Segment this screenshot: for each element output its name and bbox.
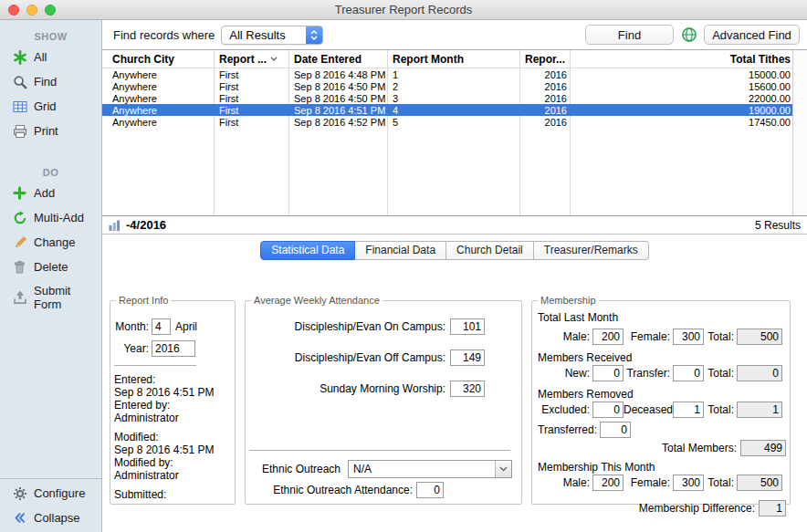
last-month-male-field[interactable]: [592, 329, 624, 345]
table-body: Anywhere First Sep 8 2016 4:48 PM 1 2016…: [102, 68, 792, 128]
zoom-window-button[interactable]: [45, 5, 56, 16]
sunday-worship-field[interactable]: [450, 381, 485, 397]
deceased-label: Deceased:: [624, 403, 673, 416]
report-info-legend: Report Info: [116, 295, 171, 306]
male-label: Male:: [536, 476, 592, 489]
removed-deceased-field[interactable]: [673, 402, 704, 418]
this-month-total-field: [737, 475, 782, 491]
cell-date-entered: Sep 8 2016 4:50 PM: [289, 81, 388, 92]
last-month-female-field[interactable]: [673, 329, 704, 345]
sidebar-item-all[interactable]: All: [0, 45, 101, 69]
table-row[interactable]: Anywhere First Sep 8 2016 4:48 PM 1 2016…: [102, 68, 792, 80]
new-label: New:: [536, 367, 592, 380]
female-label: Female:: [624, 330, 673, 343]
membership-legend: Membership: [538, 295, 599, 306]
tab-statistical-data[interactable]: Statistical Data: [260, 241, 355, 260]
cell-report-month: 5: [388, 117, 520, 128]
removed-total-field: [737, 402, 782, 418]
gear-icon: [12, 485, 27, 501]
sunday-worship-label: Sunday Morning Worship:: [249, 382, 445, 395]
sidebar-item-print[interactable]: Print: [0, 119, 101, 143]
chevron-down-icon: [495, 461, 511, 477]
column-header-date-entered[interactable]: Date Entered: [289, 53, 388, 66]
on-campus-label: Discipleship/Evan On Campus:: [249, 320, 445, 333]
this-month-female-field[interactable]: [673, 475, 704, 491]
table-row[interactable]: Anywhere First Sep 8 2016 4:52 PM 5 2016…: [102, 116, 792, 128]
table-row[interactable]: Anywhere First Sep 8 2016 4:50 PM 3 2016…: [102, 92, 792, 104]
removed-excluded-field[interactable]: [592, 402, 624, 418]
sidebar-item-grid[interactable]: Grid: [0, 94, 101, 119]
record-chart-icon: [109, 219, 122, 231]
cell-church-city: Anywhere: [102, 117, 215, 128]
tab-treasurer-remarks[interactable]: Treasurer/Remarks: [534, 241, 649, 260]
total-members-field: [740, 440, 786, 456]
membership-group: Membership Total Last Month Male: Female…: [531, 295, 791, 505]
cell-report: First: [215, 69, 289, 80]
tab-financial-data[interactable]: Financial Data: [355, 241, 446, 260]
year-field[interactable]: [152, 340, 195, 357]
grid-icon: [12, 99, 27, 114]
ethnic-outreach-dropdown[interactable]: N/A: [348, 460, 512, 478]
sidebar-item-delete[interactable]: Delete: [0, 255, 101, 279]
window-title: Treasurer Report Records: [0, 3, 807, 16]
entered-label: Entered:: [114, 373, 231, 386]
sidebar-divider: [0, 478, 101, 479]
modified-by-label: Modified by:: [114, 456, 231, 469]
membership-difference-field: [759, 500, 786, 516]
this-month-male-field[interactable]: [592, 475, 624, 491]
ethnic-attendance-field[interactable]: [416, 482, 444, 498]
on-campus-field[interactable]: [450, 318, 485, 335]
results-count: 5 Results: [755, 219, 801, 232]
total-label: Total:: [704, 403, 737, 416]
traffic-lights: [0, 5, 56, 16]
sidebar: SHOW All Find Grid: [0, 20, 102, 532]
column-header-total-tithes[interactable]: Total Tithes: [571, 53, 792, 66]
sidebar-item-configure[interactable]: Configure: [0, 481, 101, 506]
female-label: Female:: [624, 476, 673, 489]
minimize-window-button[interactable]: [26, 5, 37, 16]
month-field[interactable]: [152, 318, 171, 335]
globe-icon[interactable]: [680, 26, 697, 44]
cell-report-year: 2016: [520, 93, 571, 104]
modified-label: Modified:: [114, 431, 231, 443]
collapse-icon: [12, 510, 27, 526]
results-filter-popup[interactable]: All Results: [221, 26, 323, 45]
find-button[interactable]: Find: [585, 25, 674, 45]
tab-church-detail[interactable]: Church Detail: [446, 241, 534, 260]
sidebar-item-label: Grid: [34, 99, 57, 113]
table-row-selected[interactable]: Anywhere First Sep 8 2016 4:51 PM 4 2016…: [102, 104, 792, 116]
close-window-button[interactable]: [8, 5, 19, 16]
cell-date-entered: Sep 8 2016 4:48 PM: [289, 69, 388, 80]
advanced-find-button[interactable]: Advanced Find: [704, 25, 800, 45]
column-header-report-year[interactable]: Repor...: [520, 53, 571, 66]
sidebar-item-label: Delete: [34, 260, 68, 274]
sidebar-item-collapse[interactable]: Collapse: [0, 506, 101, 530]
cell-church-city: Anywhere: [102, 105, 215, 116]
sidebar-item-submit-form[interactable]: Submit Form: [0, 279, 101, 316]
sidebar-item-find[interactable]: Find: [0, 69, 101, 94]
column-header-report[interactable]: Report ...: [215, 53, 289, 66]
ethnic-outreach-label: Ethnic Outreach: [262, 463, 341, 475]
cell-report-year: 2016: [520, 117, 571, 128]
received-transfer-field[interactable]: [673, 365, 704, 381]
modified-value: Sep 8 2016 4:51 PM: [114, 443, 231, 456]
transferred-field[interactable]: [600, 422, 631, 438]
cell-report: First: [215, 117, 289, 128]
multi-add-icon: [12, 210, 27, 225]
report-info-divider: [114, 365, 196, 366]
attendance-divider: [249, 450, 510, 451]
submit-form-icon: [12, 290, 27, 306]
off-campus-field[interactable]: [450, 349, 485, 366]
sidebar-item-multi-add[interactable]: Multi-Add: [0, 205, 101, 230]
cell-report-year: 2016: [520, 105, 571, 116]
sidebar-item-label: Configure: [34, 486, 85, 500]
table-scrollbar[interactable]: [792, 50, 807, 215]
sidebar-item-add[interactable]: Add: [0, 181, 101, 205]
cell-total-tithes: 15000.00: [571, 69, 792, 80]
column-header-report-month[interactable]: Report Month: [388, 53, 520, 66]
column-header-church-city[interactable]: Church City: [102, 53, 215, 66]
received-new-field[interactable]: [592, 365, 624, 381]
table-row[interactable]: Anywhere First Sep 8 2016 4:50 PM 2 2016…: [102, 80, 792, 92]
sidebar-item-change[interactable]: Change: [0, 230, 101, 255]
cell-total-tithes: 19000.00: [571, 105, 792, 116]
